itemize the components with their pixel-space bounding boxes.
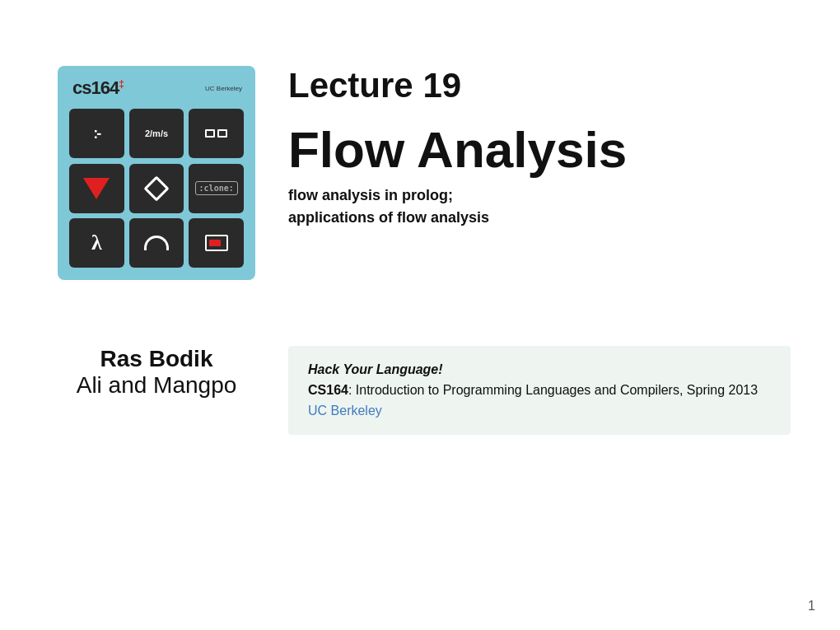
clone-label: :clone:: [195, 181, 238, 195]
subtitle-line2: applications of flow analysis: [288, 209, 489, 226]
window-icon-1: [205, 129, 215, 138]
author-assistants: Ali and Mangpo: [58, 372, 255, 399]
logo-header: cs164‡ UC Berkeley: [69, 74, 244, 104]
logo-panel: cs164‡ UC Berkeley :- 2/m/s: [58, 66, 255, 280]
logo-title: cs164‡: [72, 77, 124, 99]
cpu-icon: [205, 235, 228, 251]
icon-windows: [189, 109, 244, 158]
assign-symbol: :-: [93, 125, 100, 142]
title-section: Lecture 19 Flow Analysis flow analysis i…: [288, 66, 791, 229]
slide: cs164‡ UC Berkeley :- 2/m/s: [0, 0, 840, 630]
triangle-icon: [83, 178, 110, 199]
subtitle-line1: flow analysis in prolog;: [288, 187, 453, 203]
arch-icon: [144, 236, 169, 250]
icon-triangle: [69, 164, 124, 213]
icon-arch: [129, 218, 184, 268]
author-name: Ras Bodik: [58, 346, 255, 372]
icon-grid: :- 2/m/s: [69, 109, 244, 268]
icon-speed: 2/m/s: [129, 109, 184, 158]
main-title: Flow Analysis: [288, 122, 791, 178]
logo-subtitle: UC Berkeley: [205, 85, 242, 92]
diamond-icon: [143, 175, 169, 201]
page-number: 1: [808, 599, 815, 614]
icon-lambda: λ: [69, 218, 124, 268]
window-icon-2: [217, 129, 227, 138]
logo-superscript: ‡: [119, 78, 124, 90]
icon-diamond: [129, 164, 184, 213]
lambda-symbol: λ: [91, 231, 102, 255]
course-info-box: Hack Your Language! CS164: Introduction …: [288, 346, 791, 435]
icon-clone: :clone:: [189, 164, 244, 213]
bottom-section: Ras Bodik Ali and Mangpo Hack Your Langu…: [0, 313, 840, 460]
lecture-number: Lecture 19: [288, 66, 791, 105]
subtitle: flow analysis in prolog; applications of…: [288, 184, 791, 229]
windows-icons: [205, 129, 227, 138]
cs164-label: CS164: [308, 383, 348, 397]
speed-label: 2/m/s: [145, 128, 168, 138]
course-hack-label: Hack Your Language!: [308, 362, 771, 377]
course-link: UC Berkeley: [308, 404, 771, 418]
icon-assign: :-: [69, 109, 124, 158]
course-desc-text: : Introduction to Programming Languages …: [348, 383, 758, 397]
icon-cpu: [189, 218, 244, 268]
author-section: Ras Bodik Ali and Mangpo: [58, 346, 255, 399]
top-section: cs164‡ UC Berkeley :- 2/m/s: [0, 0, 840, 305]
course-description: CS164: Introduction to Programming Langu…: [308, 383, 758, 397]
